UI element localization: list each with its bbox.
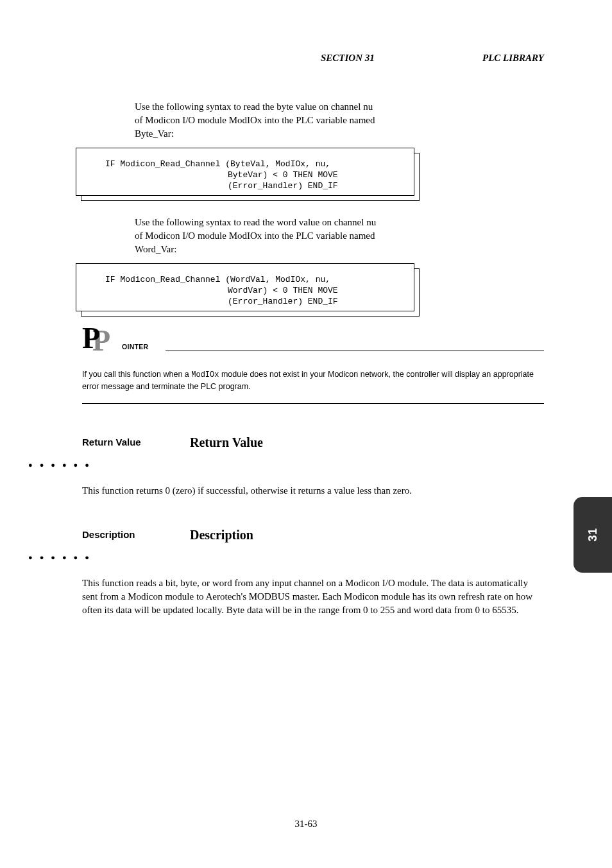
top-line-3: Byte_Var: bbox=[135, 128, 174, 139]
codebox2-line2: WordVar) < 0 THEN MOVE bbox=[228, 286, 338, 295]
header-right: PLC LIBRARY bbox=[482, 53, 544, 64]
description-heading: Description bbox=[190, 528, 253, 542]
pointer-hr-bottom bbox=[82, 403, 544, 404]
return-body: This function returns 0 (zero) if succes… bbox=[82, 484, 544, 498]
codebox1-line1: IF Modicon_Read_Channel (ByteVal, ModIOx… bbox=[105, 159, 330, 169]
codebox2-line1: IF Modicon_Read_Channel (WordVal, ModIOx… bbox=[105, 275, 330, 284]
mid-line-2: of Modicon I/O module ModIOx into the PL… bbox=[135, 230, 375, 241]
side-tab-label: 31 bbox=[586, 528, 600, 541]
pointer-hr-top bbox=[166, 351, 544, 351]
pointer-p-icon: P bbox=[82, 321, 100, 355]
description-body: This function reads a bit, byte, or word… bbox=[82, 577, 544, 617]
description-dots-icon: ●●●●●● bbox=[28, 553, 96, 561]
side-tab: 31 bbox=[574, 497, 612, 573]
top-line-2: of Modicon I/O module ModIOx into the PL… bbox=[135, 115, 375, 126]
return-dots-icon: ●●●●●● bbox=[28, 461, 96, 469]
return-heading: Return Value bbox=[190, 435, 263, 450]
header-section: SECTION 31 bbox=[321, 53, 375, 64]
pointer-label: OINTER bbox=[122, 343, 148, 351]
codebox1-line3: (Error_Handler) END_IF bbox=[228, 181, 338, 191]
pointer-body-mono: ModIOx bbox=[191, 370, 219, 379]
return-label: Return Value bbox=[82, 437, 141, 447]
mid-line-1: Use the following syntax to read the wor… bbox=[135, 217, 376, 228]
codebox1-line2: ByteVar) < 0 THEN MOVE bbox=[228, 170, 338, 180]
codebox2-line3: (Error_Handler) END_IF bbox=[228, 297, 338, 306]
pointer-body-prefix: If you call this function when a bbox=[82, 370, 191, 379]
pointer-body: If you call this function when a ModIOx … bbox=[82, 369, 544, 392]
mid-line-3: Word_Var: bbox=[135, 244, 176, 255]
description-label: Description bbox=[82, 529, 135, 540]
top-line-1: Use the following syntax to read the byt… bbox=[135, 101, 373, 112]
page: SECTION 31 PLC LIBRARY Use the following… bbox=[0, 0, 612, 868]
page-number: 31-63 bbox=[0, 819, 612, 829]
